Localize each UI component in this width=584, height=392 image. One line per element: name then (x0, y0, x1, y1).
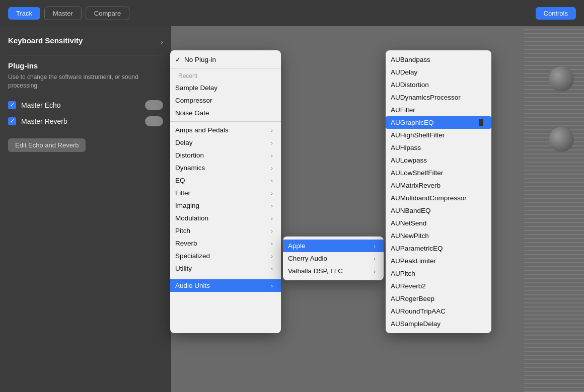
category-delay[interactable]: Delay› (170, 136, 281, 149)
master-echo-checkbox[interactable]: ✓ (8, 101, 16, 109)
arrow-icon: › (271, 241, 273, 247)
arrow-icon: › (271, 140, 273, 146)
arrow-icon: › (271, 165, 273, 171)
arrow-icon: › (271, 215, 273, 221)
au-low-shelf-filter[interactable]: AULowShelfFilter (386, 167, 491, 179)
au-high-shelf-filter[interactable]: AUHighShelfFilter (386, 129, 491, 141)
arrow-icon: › (271, 152, 273, 159)
keyboard-sensitivity-row[interactable]: Keyboard Sensitivity › (8, 36, 163, 47)
au-peak-limiter[interactable]: AUPeakLimiter (386, 255, 491, 267)
au-reverb2[interactable]: AUReverb2 (386, 280, 491, 292)
main-panel: Keyboard Sensitivity › Plug-ins Use to c… (0, 26, 171, 392)
edit-echo-reverb-button[interactable]: Edit Echo and Reverb (8, 138, 86, 152)
au-nband-eq[interactable]: AUNBandEQ (386, 204, 491, 217)
category-modulation[interactable]: Modulation› (170, 212, 281, 224)
audio-units-item[interactable]: Audio Units› (170, 279, 281, 292)
arrow-icon: › (271, 283, 273, 289)
arrow-icon: › (271, 266, 273, 272)
au-lowpass[interactable]: AULowpass (386, 154, 491, 167)
cursor-icon (479, 119, 483, 126)
au-new-pitch[interactable]: AUNewPitch (386, 229, 491, 242)
category-dynamics[interactable]: Dynamics› (170, 162, 281, 174)
no-plugin-item[interactable]: ✓No Plug-in (170, 53, 281, 66)
au-sample-delay[interactable]: AUSampleDelay (386, 318, 491, 330)
arrow-icon: › (271, 190, 273, 196)
track-button[interactable]: Track (8, 7, 40, 20)
compare-button[interactable]: Compare (86, 7, 129, 20)
au-bandpass[interactable]: AUBandpass (386, 53, 491, 66)
au-dynamics-processor[interactable]: AUDynamicsProcessor (386, 91, 491, 104)
au-filter[interactable]: AUFilter (386, 104, 491, 116)
arrow-icon: › (271, 203, 273, 209)
master-reverb-row: ✓ Master Reverb (8, 116, 163, 126)
category-eq[interactable]: EQ› (170, 174, 281, 187)
knob-2[interactable] (549, 127, 574, 152)
arrow-icon: › (374, 268, 376, 274)
au-hipass[interactable]: AUHipass (386, 141, 491, 154)
master-reverb-label: Master Reverb (21, 117, 140, 125)
keyboard-sensitivity-label: Keyboard Sensitivity (8, 36, 83, 45)
arrow-icon: › (271, 178, 273, 184)
master-echo-label: Master Echo (21, 101, 140, 109)
category-filter[interactable]: Filter› (170, 187, 281, 199)
au-matrix-reverb[interactable]: AUMatrixReverb (386, 179, 491, 192)
au-parametric-eq[interactable]: AUParametricEQ (386, 242, 491, 255)
recent-sample-delay[interactable]: Sample Delay (170, 82, 281, 94)
menu-level-3: AUBandpass AUDelay AUDistortion AUDynami… (386, 50, 491, 333)
master-echo-toggle[interactable] (145, 100, 163, 110)
master-button[interactable]: Master (44, 7, 82, 20)
category-imaging[interactable]: Imaging› (170, 199, 281, 212)
category-pitch[interactable]: Pitch› (170, 224, 281, 237)
menu-level-2: Apple› Cherry Audio› Valhalla DSP, LLC› (283, 237, 384, 280)
category-reverb[interactable]: Reverb› (170, 237, 281, 250)
vendor-apple[interactable]: Apple› (283, 240, 384, 252)
arrow-icon: › (374, 243, 376, 249)
category-amps-pedals[interactable]: Amps and Pedals› (170, 124, 281, 136)
recent-noise-gate[interactable]: Noise Gate (170, 107, 281, 119)
chevron-right-icon: › (161, 38, 163, 46)
knob-1[interactable] (549, 66, 574, 92)
menu-container: ✓No Plug-in Recent Sample Delay Compress… (170, 50, 491, 333)
arrow-icon: › (271, 253, 273, 259)
arrow-icon: › (271, 127, 273, 133)
recent-header: Recent (170, 70, 281, 82)
toolbar: Track Master Compare Controls (0, 0, 584, 26)
knob-area (524, 26, 584, 392)
controls-button[interactable]: Controls (536, 7, 576, 20)
master-reverb-toggle[interactable] (145, 116, 163, 126)
au-net-send[interactable]: AUNetSend (386, 217, 491, 229)
vendor-cherry-audio[interactable]: Cherry Audio› (283, 252, 384, 265)
check-icon: ✓ (175, 56, 184, 63)
au-delay[interactable]: AUDelay (386, 66, 491, 79)
menu-sep-1 (170, 68, 281, 68)
recent-compressor[interactable]: Compressor (170, 94, 281, 107)
arrow-icon: › (271, 228, 273, 234)
menu-sep-2 (170, 121, 281, 122)
plugins-description: Use to change the software instrument, o… (8, 73, 163, 90)
au-roger-beep[interactable]: AURogerBeep (386, 292, 491, 305)
category-utility[interactable]: Utility› (170, 262, 281, 275)
au-pitch[interactable]: AUPitch (386, 267, 491, 280)
arrow-icon: › (374, 256, 376, 262)
au-round-trip-aac[interactable]: AURoundTripAAC (386, 305, 491, 318)
au-distortion[interactable]: AUDistortion (386, 79, 491, 91)
divider-1 (8, 55, 163, 55)
category-specialized[interactable]: Specialized› (170, 250, 281, 262)
category-distortion[interactable]: Distortion› (170, 149, 281, 162)
master-echo-row: ✓ Master Echo (8, 100, 163, 110)
au-graphic-eq[interactable]: AUGraphicEQ (386, 116, 491, 129)
menu-sep-3 (170, 277, 281, 277)
menu-level-1: ✓No Plug-in Recent Sample Delay Compress… (170, 50, 281, 333)
plugins-title: Plug-ins (8, 61, 163, 70)
master-reverb-checkbox[interactable]: ✓ (8, 117, 16, 125)
au-multiband-compressor[interactable]: AUMultibandCompressor (386, 192, 491, 204)
vendor-valhalla[interactable]: Valhalla DSP, LLC› (283, 265, 384, 277)
